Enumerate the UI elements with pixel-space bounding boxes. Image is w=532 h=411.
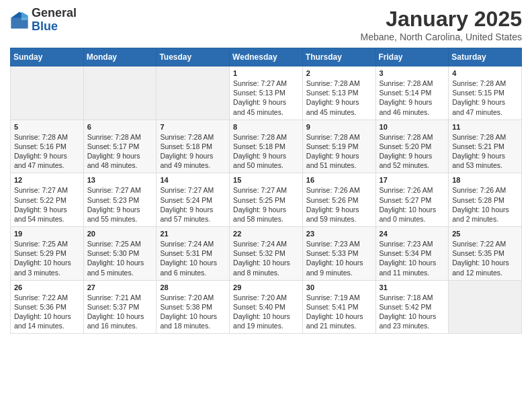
calendar-cell: 5Sunrise: 7:28 AM Sunset: 5:16 PM Daylig… <box>11 120 84 173</box>
day-number: 4 <box>452 69 518 77</box>
day-number: 2 <box>306 69 372 77</box>
day-number: 1 <box>233 69 299 77</box>
day-info: Sunrise: 7:28 AM Sunset: 5:17 PM Dayligh… <box>87 132 153 171</box>
day-info: Sunrise: 7:28 AM Sunset: 5:16 PM Dayligh… <box>14 132 80 171</box>
day-number: 7 <box>160 123 226 131</box>
day-info: Sunrise: 7:23 AM Sunset: 5:33 PM Dayligh… <box>306 239 372 277</box>
day-number: 23 <box>306 230 372 238</box>
weekday-header: Wednesday <box>230 48 303 66</box>
calendar-cell: 17Sunrise: 7:26 AM Sunset: 5:27 PM Dayli… <box>375 173 449 227</box>
day-info: Sunrise: 7:28 AM Sunset: 5:20 PM Dayligh… <box>380 132 445 171</box>
weekday-header: Thursday <box>302 48 375 66</box>
day-number: 8 <box>233 123 299 131</box>
day-info: Sunrise: 7:19 AM Sunset: 5:41 PM Dayligh… <box>306 293 372 331</box>
weekday-header: Monday <box>83 48 157 66</box>
calendar-cell: 3Sunrise: 7:28 AM Sunset: 5:14 PM Daylig… <box>375 66 449 120</box>
day-info: Sunrise: 7:18 AM Sunset: 5:42 PM Dayligh… <box>380 293 445 331</box>
day-number: 21 <box>160 230 226 238</box>
logo-icon <box>10 11 29 30</box>
day-info: Sunrise: 7:25 AM Sunset: 5:30 PM Dayligh… <box>87 239 153 277</box>
calendar-cell: 6Sunrise: 7:28 AM Sunset: 5:17 PM Daylig… <box>83 120 157 173</box>
calendar-cell: 14Sunrise: 7:27 AM Sunset: 5:24 PM Dayli… <box>157 173 230 227</box>
calendar-cell <box>11 66 84 120</box>
calendar-week-row: 5Sunrise: 7:28 AM Sunset: 5:16 PM Daylig… <box>11 120 522 173</box>
day-number: 10 <box>380 123 445 131</box>
calendar-cell: 10Sunrise: 7:28 AM Sunset: 5:20 PM Dayli… <box>375 120 449 173</box>
day-info: Sunrise: 7:27 AM Sunset: 5:22 PM Dayligh… <box>14 185 80 224</box>
day-number: 24 <box>380 230 445 238</box>
calendar-cell: 28Sunrise: 7:20 AM Sunset: 5:38 PM Dayli… <box>157 280 230 334</box>
day-number: 22 <box>233 230 299 238</box>
calendar-cell: 25Sunrise: 7:22 AM Sunset: 5:35 PM Dayli… <box>449 227 522 281</box>
day-info: Sunrise: 7:26 AM Sunset: 5:26 PM Dayligh… <box>306 185 372 224</box>
day-number: 13 <box>87 176 153 184</box>
day-number: 5 <box>14 123 80 131</box>
calendar-cell: 8Sunrise: 7:28 AM Sunset: 5:18 PM Daylig… <box>230 120 303 173</box>
day-number: 26 <box>14 283 80 291</box>
day-number: 27 <box>87 283 153 291</box>
day-info: Sunrise: 7:28 AM Sunset: 5:15 PM Dayligh… <box>452 79 518 117</box>
calendar-cell: 24Sunrise: 7:23 AM Sunset: 5:34 PM Dayli… <box>375 227 449 281</box>
calendar-table: SundayMondayTuesdayWednesdayThursdayFrid… <box>10 48 522 334</box>
calendar-cell: 18Sunrise: 7:26 AM Sunset: 5:28 PM Dayli… <box>449 173 522 227</box>
calendar-cell <box>157 66 230 120</box>
day-info: Sunrise: 7:24 AM Sunset: 5:32 PM Dayligh… <box>233 239 299 277</box>
day-number: 19 <box>14 230 80 238</box>
day-info: Sunrise: 7:28 AM Sunset: 5:21 PM Dayligh… <box>452 132 518 171</box>
day-number: 6 <box>87 123 153 131</box>
calendar-cell: 23Sunrise: 7:23 AM Sunset: 5:33 PM Dayli… <box>302 227 375 281</box>
calendar-cell: 12Sunrise: 7:27 AM Sunset: 5:22 PM Dayli… <box>11 173 84 227</box>
calendar-cell: 11Sunrise: 7:28 AM Sunset: 5:21 PM Dayli… <box>449 120 522 173</box>
calendar-cell: 26Sunrise: 7:22 AM Sunset: 5:36 PM Dayli… <box>11 280 84 334</box>
logo: General Blue <box>10 7 77 34</box>
day-number: 14 <box>160 176 226 184</box>
calendar-cell: 1Sunrise: 7:27 AM Sunset: 5:13 PM Daylig… <box>230 66 303 120</box>
calendar-cell: 21Sunrise: 7:24 AM Sunset: 5:31 PM Dayli… <box>157 227 230 281</box>
day-info: Sunrise: 7:27 AM Sunset: 5:23 PM Dayligh… <box>87 185 153 224</box>
logo-general-text: General <box>32 6 77 19</box>
page-header: General Blue January 2025 Mebane, North … <box>10 7 522 42</box>
calendar-cell: 13Sunrise: 7:27 AM Sunset: 5:23 PM Dayli… <box>83 173 157 227</box>
calendar-cell: 4Sunrise: 7:28 AM Sunset: 5:15 PM Daylig… <box>449 66 522 120</box>
day-info: Sunrise: 7:27 AM Sunset: 5:25 PM Dayligh… <box>233 185 299 224</box>
weekday-header: Saturday <box>449 48 522 66</box>
day-number: 18 <box>452 176 518 184</box>
calendar-cell <box>449 280 522 334</box>
day-number: 3 <box>380 69 445 77</box>
day-info: Sunrise: 7:22 AM Sunset: 5:36 PM Dayligh… <box>14 293 80 331</box>
day-info: Sunrise: 7:28 AM Sunset: 5:18 PM Dayligh… <box>160 132 226 171</box>
day-info: Sunrise: 7:24 AM Sunset: 5:31 PM Dayligh… <box>160 239 226 277</box>
day-info: Sunrise: 7:26 AM Sunset: 5:28 PM Dayligh… <box>452 185 518 224</box>
day-number: 30 <box>306 283 372 291</box>
day-info: Sunrise: 7:28 AM Sunset: 5:14 PM Dayligh… <box>380 79 445 117</box>
calendar-cell: 15Sunrise: 7:27 AM Sunset: 5:25 PM Dayli… <box>230 173 303 227</box>
day-number: 17 <box>380 176 445 184</box>
day-number: 25 <box>452 230 518 238</box>
day-info: Sunrise: 7:20 AM Sunset: 5:38 PM Dayligh… <box>160 293 226 331</box>
day-info: Sunrise: 7:28 AM Sunset: 5:13 PM Dayligh… <box>306 79 372 117</box>
calendar-cell: 9Sunrise: 7:28 AM Sunset: 5:19 PM Daylig… <box>302 120 375 173</box>
calendar-cell: 7Sunrise: 7:28 AM Sunset: 5:18 PM Daylig… <box>157 120 230 173</box>
calendar-cell <box>83 66 157 120</box>
calendar-cell: 30Sunrise: 7:19 AM Sunset: 5:41 PM Dayli… <box>302 280 375 334</box>
weekday-header: Tuesday <box>157 48 230 66</box>
calendar-week-row: 26Sunrise: 7:22 AM Sunset: 5:36 PM Dayli… <box>11 280 522 334</box>
month-title: January 2025 <box>361 7 522 32</box>
title-block: January 2025 Mebane, North Carolina, Uni… <box>361 7 522 42</box>
logo-blue-text: Blue <box>32 19 58 33</box>
location: Mebane, North Carolina, United States <box>361 32 522 42</box>
day-number: 31 <box>380 283 445 291</box>
day-info: Sunrise: 7:28 AM Sunset: 5:18 PM Dayligh… <box>233 132 299 171</box>
calendar-week-row: 12Sunrise: 7:27 AM Sunset: 5:22 PM Dayli… <box>11 173 522 227</box>
weekday-header: Friday <box>375 48 449 66</box>
day-number: 20 <box>87 230 153 238</box>
day-number: 16 <box>306 176 372 184</box>
calendar-week-row: 1Sunrise: 7:27 AM Sunset: 5:13 PM Daylig… <box>11 66 522 120</box>
day-info: Sunrise: 7:21 AM Sunset: 5:37 PM Dayligh… <box>87 293 153 331</box>
calendar-cell: 19Sunrise: 7:25 AM Sunset: 5:29 PM Dayli… <box>11 227 84 281</box>
day-number: 29 <box>233 283 299 291</box>
day-number: 9 <box>306 123 372 131</box>
day-info: Sunrise: 7:26 AM Sunset: 5:27 PM Dayligh… <box>380 185 445 224</box>
svg-rect-2 <box>11 17 28 28</box>
calendar-cell: 22Sunrise: 7:24 AM Sunset: 5:32 PM Dayli… <box>230 227 303 281</box>
